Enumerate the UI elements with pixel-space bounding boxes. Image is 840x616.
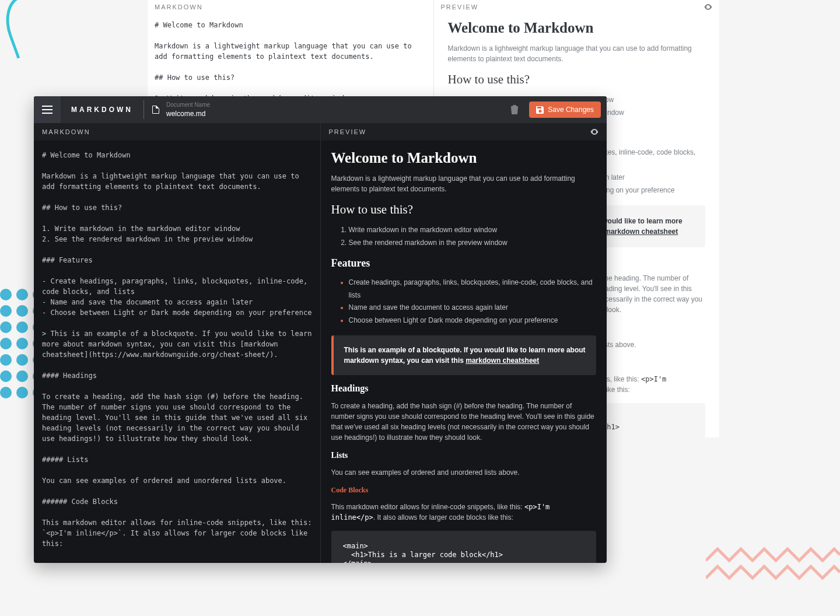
save-button[interactable]: Save Changes [529, 102, 601, 118]
markdown-cheatsheet-link[interactable]: markdown cheatsheet [604, 228, 678, 236]
preview-codeblock: <main> <h1>This is a larger code block</… [331, 531, 597, 563]
preview-ul: Create headings, paragraphs, links, bloc… [349, 276, 597, 327]
list-item: Write markdown in the markdown editor wi… [349, 224, 597, 237]
preview-h5: Lists [331, 451, 597, 460]
list-item: See the rendered markdown in the preview… [349, 237, 597, 250]
preview-h1: Welcome to Markdown [448, 20, 706, 36]
preview-h1: Welcome to Markdown [331, 150, 597, 166]
menu-button[interactable] [34, 96, 61, 123]
bg-zigzag-decoration [706, 546, 840, 581]
preview-h4: Headings [331, 383, 597, 394]
document-label: Document Name [166, 102, 210, 108]
light-markdown-header: MARKDOWN [148, 0, 433, 10]
document-icon [152, 106, 159, 114]
preview-blockquote: This is an example of a blockquote. If y… [331, 335, 597, 375]
save-label: Save Changes [548, 106, 594, 114]
dark-preview-header: PREVIEW [321, 123, 607, 141]
light-preview-label: PREVIEW [441, 4, 479, 10]
preview-lists-p: You can see examples of ordered and unor… [331, 467, 597, 478]
app-title: MARKDOWN [71, 106, 133, 114]
document-info[interactable]: Document Name welcome.md [144, 100, 210, 119]
preview-h3: Features [331, 257, 597, 270]
list-item: Name and save the document to access aga… [349, 302, 597, 314]
dark-preview-pane: PREVIEW Welcome to Markdown Markdown is … [320, 123, 607, 563]
dark-markdown-header: MARKDOWN [34, 123, 320, 141]
markdown-cheatsheet-link[interactable]: markdown cheatsheet [466, 356, 539, 365]
list-item: Choose between Light or Dark mode depend… [349, 314, 597, 327]
eye-icon[interactable] [704, 4, 712, 10]
dark-markdown-pane: MARKDOWN # Welcome to Markdown Markdown … [34, 123, 320, 563]
trash-icon[interactable] [510, 105, 519, 114]
list-item: Create headings, paragraphs, links, bloc… [349, 276, 597, 302]
save-icon [536, 106, 544, 114]
preview-intro: Markdown is a lightweight markup languag… [331, 173, 597, 194]
preview-h6: Code Blocks [331, 486, 597, 495]
dark-mode-window: MARKDOWN Document Name welcome.md Save C… [34, 96, 607, 563]
dark-header: MARKDOWN Document Name welcome.md Save C… [34, 96, 607, 123]
dark-markdown-input[interactable]: # Welcome to Markdown Markdown is a ligh… [34, 141, 320, 563]
bg-arc-decoration [0, 0, 61, 59]
preview-intro: Markdown is a lightweight markup languag… [448, 43, 706, 64]
dark-preview-content: Welcome to Markdown Markdown is a lightw… [321, 141, 607, 563]
preview-cb-p: This markdown editor allows for inline-c… [331, 502, 597, 523]
document-name: welcome.md [166, 110, 205, 118]
dark-preview-label: PREVIEW [329, 128, 367, 135]
light-preview-header: PREVIEW [434, 0, 720, 10]
preview-ol: Write markdown in the markdown editor wi… [349, 224, 597, 249]
preview-h2: How to use this? [448, 72, 706, 87]
preview-headings-p: To create a heading, add the hash sign (… [331, 401, 597, 443]
preview-h2: How to use this? [331, 202, 597, 217]
eye-icon[interactable] [590, 129, 598, 135]
